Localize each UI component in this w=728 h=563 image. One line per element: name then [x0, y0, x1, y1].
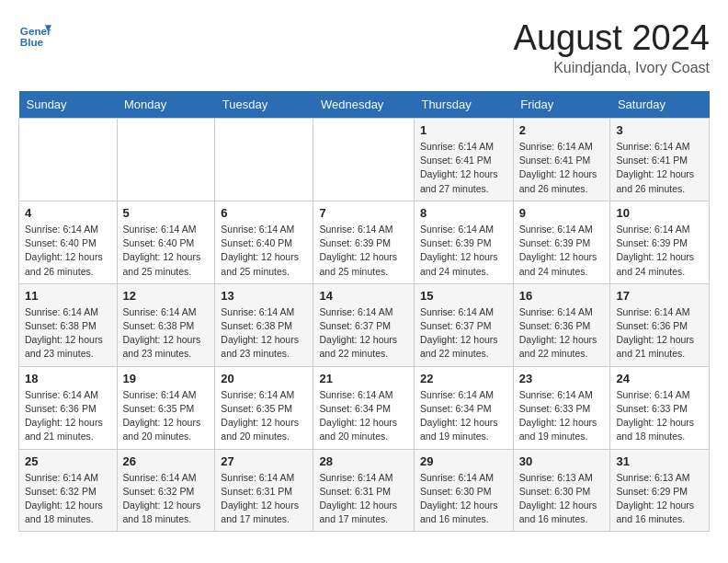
calendar-cell: 13Sunrise: 6:14 AM Sunset: 6:38 PM Dayli… — [215, 283, 313, 366]
calendar-cell: 25Sunrise: 6:14 AM Sunset: 6:32 PM Dayli… — [19, 449, 118, 532]
calendar-cell: 14Sunrise: 6:14 AM Sunset: 6:37 PM Dayli… — [313, 283, 415, 366]
day-info: Sunrise: 6:14 AM Sunset: 6:41 PM Dayligh… — [420, 140, 507, 196]
day-info: Sunrise: 6:14 AM Sunset: 6:40 PM Dayligh… — [123, 223, 210, 279]
calendar-cell: 2Sunrise: 6:14 AM Sunset: 6:41 PM Daylig… — [513, 119, 610, 201]
calendar-cell: 3Sunrise: 6:14 AM Sunset: 6:41 PM Daylig… — [610, 119, 710, 201]
svg-text:Blue: Blue — [20, 36, 44, 48]
day-info: Sunrise: 6:14 AM Sunset: 6:40 PM Dayligh… — [25, 223, 111, 279]
day-number: 24 — [616, 372, 703, 385]
day-number: 4 — [25, 206, 111, 220]
day-number: 25 — [25, 454, 111, 468]
calendar-cell: 27Sunrise: 6:14 AM Sunset: 6:31 PM Dayli… — [215, 449, 313, 532]
day-number: 5 — [123, 206, 210, 220]
day-info: Sunrise: 6:14 AM Sunset: 6:38 PM Dayligh… — [221, 305, 307, 362]
calendar-cell: 26Sunrise: 6:14 AM Sunset: 6:32 PM Dayli… — [117, 449, 215, 532]
calendar-cell: 23Sunrise: 6:14 AM Sunset: 6:33 PM Dayli… — [513, 366, 610, 449]
day-number: 27 — [221, 454, 307, 468]
day-of-week-header: Friday — [513, 91, 610, 119]
calendar-cell: 5Sunrise: 6:14 AM Sunset: 6:40 PM Daylig… — [117, 201, 215, 283]
calendar-cell: 22Sunrise: 6:14 AM Sunset: 6:34 PM Dayli… — [414, 366, 513, 449]
day-info: Sunrise: 6:14 AM Sunset: 6:32 PM Dayligh… — [25, 471, 111, 527]
day-of-week-header: Tuesday — [215, 91, 313, 119]
day-number: 13 — [221, 289, 307, 303]
calendar-cell — [215, 119, 313, 201]
day-number: 31 — [616, 454, 703, 468]
day-info: Sunrise: 6:14 AM Sunset: 6:34 PM Dayligh… — [420, 388, 507, 444]
day-info: Sunrise: 6:14 AM Sunset: 6:30 PM Dayligh… — [420, 471, 507, 527]
calendar-cell: 24Sunrise: 6:14 AM Sunset: 6:33 PM Dayli… — [610, 366, 710, 449]
day-number: 3 — [616, 123, 703, 137]
day-number: 7 — [319, 206, 408, 220]
day-number: 29 — [420, 454, 507, 468]
calendar-cell: 28Sunrise: 6:14 AM Sunset: 6:31 PM Dayli… — [313, 449, 415, 532]
calendar-cell: 8Sunrise: 6:14 AM Sunset: 6:39 PM Daylig… — [414, 201, 513, 283]
calendar-cell: 1Sunrise: 6:14 AM Sunset: 6:41 PM Daylig… — [414, 119, 513, 201]
day-info: Sunrise: 6:14 AM Sunset: 6:37 PM Dayligh… — [420, 305, 507, 362]
day-number: 22 — [420, 372, 507, 385]
day-info: Sunrise: 6:14 AM Sunset: 6:37 PM Dayligh… — [319, 305, 408, 362]
calendar-cell: 29Sunrise: 6:14 AM Sunset: 6:30 PM Dayli… — [414, 449, 513, 532]
day-info: Sunrise: 6:14 AM Sunset: 6:40 PM Dayligh… — [221, 223, 307, 279]
calendar-cell: 31Sunrise: 6:13 AM Sunset: 6:29 PM Dayli… — [610, 449, 710, 532]
calendar-week-row: 25Sunrise: 6:14 AM Sunset: 6:32 PM Dayli… — [19, 449, 710, 532]
calendar-header-row: SundayMondayTuesdayWednesdayThursdayFrid… — [19, 91, 710, 119]
calendar-body: 1Sunrise: 6:14 AM Sunset: 6:41 PM Daylig… — [19, 119, 710, 532]
calendar-cell: 17Sunrise: 6:14 AM Sunset: 6:36 PM Dayli… — [610, 283, 710, 366]
logo-icon: General Blue — [18, 18, 51, 52]
day-number: 11 — [25, 289, 111, 303]
calendar-cell: 16Sunrise: 6:14 AM Sunset: 6:36 PM Dayli… — [513, 283, 610, 366]
day-number: 10 — [616, 206, 703, 220]
day-number: 21 — [319, 372, 408, 385]
day-number: 17 — [616, 289, 703, 303]
calendar-cell: 21Sunrise: 6:14 AM Sunset: 6:34 PM Dayli… — [313, 366, 415, 449]
subtitle: Kuindjanda, Ivory Coast — [514, 60, 710, 76]
day-info: Sunrise: 6:14 AM Sunset: 6:39 PM Dayligh… — [319, 223, 408, 279]
day-number: 2 — [519, 123, 605, 137]
calendar-cell: 7Sunrise: 6:14 AM Sunset: 6:39 PM Daylig… — [313, 201, 415, 283]
day-of-week-header: Wednesday — [313, 91, 415, 119]
day-info: Sunrise: 6:14 AM Sunset: 6:41 PM Dayligh… — [519, 140, 605, 196]
day-number: 23 — [519, 372, 605, 385]
day-of-week-header: Saturday — [610, 91, 710, 119]
day-info: Sunrise: 6:13 AM Sunset: 6:30 PM Dayligh… — [519, 471, 605, 527]
day-info: Sunrise: 6:14 AM Sunset: 6:33 PM Dayligh… — [519, 388, 605, 444]
calendar-week-row: 18Sunrise: 6:14 AM Sunset: 6:36 PM Dayli… — [19, 366, 710, 449]
day-number: 28 — [319, 454, 408, 468]
day-info: Sunrise: 6:14 AM Sunset: 6:36 PM Dayligh… — [25, 388, 111, 444]
day-of-week-header: Thursday — [414, 91, 513, 119]
day-info: Sunrise: 6:14 AM Sunset: 6:35 PM Dayligh… — [221, 388, 307, 444]
day-info: Sunrise: 6:14 AM Sunset: 6:39 PM Dayligh… — [519, 223, 605, 279]
calendar-week-row: 1Sunrise: 6:14 AM Sunset: 6:41 PM Daylig… — [19, 119, 710, 201]
day-info: Sunrise: 6:14 AM Sunset: 6:36 PM Dayligh… — [616, 305, 703, 362]
calendar-cell: 30Sunrise: 6:13 AM Sunset: 6:30 PM Dayli… — [513, 449, 610, 532]
day-number: 15 — [420, 289, 507, 303]
calendar-week-row: 11Sunrise: 6:14 AM Sunset: 6:38 PM Dayli… — [19, 283, 710, 366]
calendar-cell: 6Sunrise: 6:14 AM Sunset: 6:40 PM Daylig… — [215, 201, 313, 283]
day-of-week-header: Monday — [117, 91, 215, 119]
day-info: Sunrise: 6:14 AM Sunset: 6:38 PM Dayligh… — [123, 305, 210, 362]
day-number: 6 — [221, 206, 307, 220]
day-number: 19 — [123, 372, 210, 385]
calendar-cell — [19, 119, 118, 201]
day-number: 18 — [25, 372, 111, 385]
calendar-cell: 4Sunrise: 6:14 AM Sunset: 6:40 PM Daylig… — [19, 201, 118, 283]
day-number: 8 — [420, 206, 507, 220]
calendar-cell: 20Sunrise: 6:14 AM Sunset: 6:35 PM Dayli… — [215, 366, 313, 449]
day-number: 12 — [123, 289, 210, 303]
day-number: 16 — [519, 289, 605, 303]
day-number: 9 — [519, 206, 605, 220]
day-info: Sunrise: 6:14 AM Sunset: 6:32 PM Dayligh… — [123, 471, 210, 527]
day-info: Sunrise: 6:14 AM Sunset: 6:39 PM Dayligh… — [420, 223, 507, 279]
calendar-cell: 11Sunrise: 6:14 AM Sunset: 6:38 PM Dayli… — [19, 283, 118, 366]
title-block: August 2024 Kuindjanda, Ivory Coast — [514, 18, 710, 76]
calendar-cell — [117, 119, 215, 201]
day-info: Sunrise: 6:14 AM Sunset: 6:31 PM Dayligh… — [319, 471, 408, 527]
day-info: Sunrise: 6:14 AM Sunset: 6:39 PM Dayligh… — [616, 223, 703, 279]
calendar-cell — [313, 119, 415, 201]
day-of-week-header: Sunday — [19, 91, 118, 119]
calendar-cell: 12Sunrise: 6:14 AM Sunset: 6:38 PM Dayli… — [117, 283, 215, 366]
calendar-table: SundayMondayTuesdayWednesdayThursdayFrid… — [18, 91, 710, 532]
main-title: August 2024 — [514, 18, 710, 58]
day-info: Sunrise: 6:14 AM Sunset: 6:36 PM Dayligh… — [519, 305, 605, 362]
day-info: Sunrise: 6:14 AM Sunset: 6:34 PM Dayligh… — [319, 388, 408, 444]
